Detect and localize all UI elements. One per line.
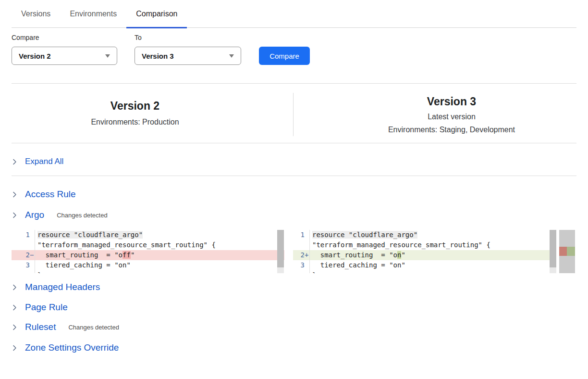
diff-line-deleted: 2− smart_routing = "off" — [12, 250, 284, 260]
section-managed-headers[interactable]: Managed Headers — [12, 281, 100, 293]
diff-line-sign — [305, 230, 309, 240]
scrollbar[interactable] — [277, 230, 284, 273]
diff-line-sign — [305, 240, 309, 250]
version-right-subtitle: Latest version — [329, 112, 575, 122]
changes-detected-badge: Changes detected — [68, 324, 119, 331]
section-access-rule[interactable]: Access Rule — [12, 188, 76, 201]
diff-line-number — [12, 270, 30, 273]
diff-line-number: 2 — [293, 250, 305, 260]
minimap-deletion-marker — [559, 247, 567, 256]
version-header-divider — [293, 93, 294, 136]
compare-from-label: Compare — [12, 34, 39, 41]
diff-line-sign — [30, 260, 35, 270]
code-text: smart_routing = "o — [312, 251, 397, 259]
section-argo[interactable]: Argo Changes detected — [12, 209, 108, 221]
compare-to-value: Version 3 — [142, 52, 174, 60]
diff-line-sign — [305, 260, 309, 270]
diff-line-number: 3 — [12, 260, 30, 270]
compare-from-select[interactable]: Version 2 — [12, 47, 117, 65]
divider — [12, 83, 576, 84]
changes-detected-badge: Changes detected — [57, 212, 108, 219]
section-label: Page Rule — [25, 302, 68, 313]
divider — [12, 176, 576, 176]
diff-code: smart_routing = "on" — [310, 250, 556, 260]
code-text: tiered_caching = "on" — [37, 261, 131, 269]
section-label: Ruleset — [25, 322, 56, 332]
version-header-left: Version 2 Environments: Production — [12, 99, 258, 127]
diff-code: smart_routing = "off" — [35, 250, 284, 260]
compare-button[interactable]: Compare — [259, 47, 310, 65]
diff-code: } — [310, 270, 556, 273]
chevron-right-icon — [12, 324, 18, 330]
diff-line-sign — [30, 230, 35, 240]
tab-versions[interactable]: Versions — [12, 0, 60, 27]
diff-line-number: 1 — [293, 230, 305, 240]
diff-line: } — [12, 270, 284, 273]
diff-line-sign: + — [305, 250, 309, 260]
section-label: Argo — [25, 210, 44, 220]
section-zone-settings-override[interactable]: Zone Settings Override — [12, 341, 119, 354]
comparison-page: Versions Environments Comparison Compare… — [0, 0, 588, 379]
code-text: resource "cloudflare_argo" — [37, 231, 143, 239]
diff-line-number — [293, 240, 305, 250]
scrollbar[interactable] — [550, 230, 556, 273]
compare-to-select[interactable]: Version 3 — [135, 47, 241, 65]
tab-bar: Versions Environments Comparison — [12, 0, 576, 28]
diff-line: 1resource "cloudflare_argo" — [12, 230, 284, 240]
diff-line: 3 tiered_caching = "on" — [12, 260, 284, 270]
diff-code: "terraform_managed_resource_smart_routin… — [35, 240, 284, 250]
diff-code: resource "cloudflare_argo" — [310, 230, 556, 240]
diff-panel-left[interactable]: 1resource "cloudflare_argo" "terraform_m… — [12, 230, 284, 273]
version-left-title: Version 2 — [12, 99, 258, 113]
scrollbar-thumb[interactable] — [550, 230, 556, 267]
diff-line-number — [12, 240, 30, 250]
version-right-environments: Environments: Staging, Development — [329, 125, 575, 135]
diff-code: "terraform_managed_resource_smart_routin… — [310, 240, 556, 250]
compare-to-label: To — [135, 34, 142, 41]
diff-code: } — [35, 270, 284, 273]
version-header-right: Version 3 Latest version Environments: S… — [329, 94, 575, 135]
diff-line: 3 tiered_caching = "on" — [293, 260, 556, 270]
section-label: Zone Settings Override — [25, 342, 119, 353]
code-text: resource "cloudflare_argo" — [312, 231, 417, 239]
code-text: "terraform_managed_resource_smart_routin… — [312, 241, 490, 249]
chevron-right-icon — [12, 304, 18, 311]
tab-comparison[interactable]: Comparison — [126, 0, 187, 27]
diff-line-sign — [305, 270, 309, 273]
code-mark: ff — [122, 251, 131, 259]
diff-code: resource "cloudflare_argo" — [35, 230, 284, 240]
diff-overview-minimap — [559, 230, 575, 273]
section-label: Access Rule — [25, 189, 76, 200]
diff-line-sign: − — [30, 250, 35, 260]
section-label: Managed Headers — [25, 282, 100, 292]
diff-line-sign — [30, 270, 35, 273]
code-text: } — [37, 271, 41, 273]
code-text: "terraform_managed_resource_smart_routin… — [37, 241, 216, 249]
divider — [12, 143, 576, 143]
section-page-rule[interactable]: Page Rule — [12, 301, 68, 314]
diff-line-number: 2 — [12, 250, 30, 260]
diff-code: tiered_caching = "on" — [35, 260, 284, 270]
code-text: } — [312, 271, 316, 273]
diff-line-number: 3 — [293, 260, 305, 270]
scrollbar-thumb[interactable] — [277, 230, 284, 267]
compare-from-value: Version 2 — [19, 52, 51, 60]
dropdown-caret-icon — [105, 54, 110, 58]
expand-all-button[interactable]: Expand All — [12, 155, 63, 168]
chevron-right-icon — [12, 212, 18, 218]
diff-line: "terraform_managed_resource_smart_routin… — [12, 240, 284, 250]
diff-panel-right[interactable]: 1resource "cloudflare_argo" "terraform_m… — [293, 230, 556, 273]
section-ruleset[interactable]: Ruleset Changes detected — [12, 321, 119, 333]
diff-line-number — [293, 270, 305, 273]
code-text: " — [401, 251, 405, 259]
code-text: " — [131, 251, 135, 259]
tab-environments[interactable]: Environments — [60, 0, 126, 27]
code-text: tiered_caching = "on" — [312, 261, 405, 269]
diff-line: 1resource "cloudflare_argo" — [293, 230, 556, 240]
chevron-right-icon — [12, 345, 18, 351]
expand-all-label: Expand All — [25, 157, 63, 166]
diff-line: } — [293, 270, 556, 273]
version-left-environments: Environments: Production — [12, 117, 258, 127]
diff-line-sign — [30, 240, 35, 250]
diff-line: "terraform_managed_resource_smart_routin… — [293, 240, 556, 250]
